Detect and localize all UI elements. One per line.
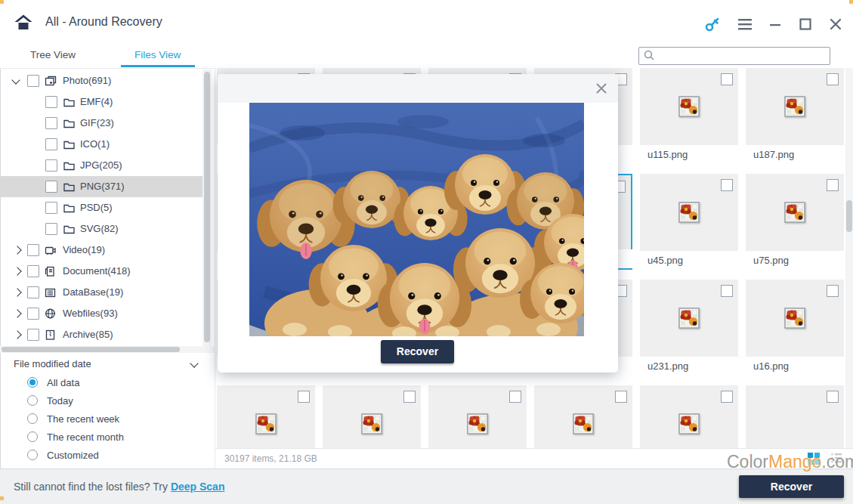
tree-item-png-selected[interactable]: PNG(371) [0, 176, 202, 197]
grid-scrollbar-thumb[interactable] [846, 200, 852, 232]
file-cell-u231[interactable]: u231.png [640, 280, 738, 376]
checkbox[interactable] [45, 96, 57, 108]
tree-item-psd[interactable]: PSD(5) [0, 197, 202, 218]
checkbox[interactable] [45, 138, 57, 150]
deep-scan-link[interactable]: Deep Scan [171, 481, 225, 493]
file-checkbox[interactable] [721, 391, 733, 403]
radio-option-all-data[interactable]: All data [0, 374, 212, 392]
tree-item-label: EMF(4) [80, 91, 113, 113]
maximize-button[interactable] [796, 15, 815, 33]
file-cell-u75[interactable]: u75.png [746, 174, 844, 270]
radio-icon[interactable] [27, 431, 38, 442]
file-checkbox[interactable] [298, 391, 310, 403]
radio-icon[interactable] [27, 395, 38, 406]
file-cell[interactable] [640, 385, 738, 448]
search-input[interactable] [657, 48, 828, 63]
radio-icon[interactable] [27, 450, 38, 460]
title-bar: All - Around Recovery [0, 0, 853, 45]
recover-button[interactable]: Recover [739, 475, 844, 498]
database-icon [44, 286, 57, 298]
radio-option-today[interactable]: Today [0, 392, 212, 410]
file-checkbox[interactable] [721, 285, 733, 297]
checkbox[interactable] [45, 159, 57, 172]
file-checkbox[interactable] [721, 73, 733, 85]
modal-recover-button[interactable]: Recover [381, 340, 454, 363]
image-file-icon [573, 413, 594, 434]
register-key-button[interactable] [703, 15, 722, 33]
checkbox[interactable] [45, 117, 57, 129]
chevron-down-icon[interactable] [11, 76, 20, 84]
checkbox[interactable] [27, 329, 39, 341]
tree-item-emf[interactable]: EMF(4) [0, 91, 202, 113]
checkbox[interactable] [27, 244, 39, 256]
tree-item-photo[interactable]: Photo(691) [0, 70, 202, 91]
radio-selected-icon[interactable] [27, 377, 38, 388]
checkbox[interactable] [27, 265, 39, 277]
checkbox[interactable] [27, 75, 39, 87]
tree-item-jpg[interactable]: JPG(205) [0, 155, 202, 176]
chevron-right-icon[interactable] [13, 309, 21, 317]
grid-view-toggle-icon[interactable] [807, 452, 821, 465]
tree-item-gif[interactable]: GIF(23) [0, 113, 202, 134]
checkbox[interactable] [27, 286, 39, 298]
filter-collapse-chevron-icon[interactable] [190, 359, 198, 367]
file-cell[interactable] [746, 385, 844, 448]
close-preview-icon[interactable] [595, 82, 607, 94]
file-cell-u187[interactable]: u187.png [746, 68, 844, 164]
file-checkbox[interactable] [827, 73, 839, 85]
file-checkbox[interactable] [615, 391, 627, 403]
radio-option-customized[interactable]: Customized [0, 447, 212, 465]
file-checkbox[interactable] [827, 391, 839, 403]
globe-icon [44, 308, 57, 320]
file-checkbox[interactable] [403, 391, 416, 403]
chevron-right-icon[interactable] [13, 330, 21, 339]
checkbox[interactable] [45, 202, 57, 214]
file-cell-u115[interactable]: u115.png [640, 68, 738, 164]
radio-option-recent-week[interactable]: The recent week [0, 410, 212, 428]
tree-item-label: Document(418) [63, 261, 131, 282]
close-window-button[interactable] [826, 15, 845, 33]
file-cell[interactable] [323, 385, 421, 448]
tree-item-ico[interactable]: ICO(1) [0, 134, 202, 155]
file-cell-u45[interactable]: u45.png [640, 174, 738, 270]
tree-item-svg[interactable]: SVG(82) [0, 218, 202, 240]
file-cell-u16[interactable]: u16.png [746, 280, 844, 376]
radio-label: The recent week [47, 410, 119, 428]
file-checkbox[interactable] [827, 179, 839, 191]
tree-item-label: Webfiles(93) [63, 303, 118, 324]
checkbox[interactable] [27, 308, 39, 320]
tree-item-label: DataBase(19) [63, 282, 123, 303]
tree-item-video[interactable]: Video(19) [0, 240, 202, 261]
chevron-right-icon[interactable] [13, 288, 21, 296]
sidebar-hscrollbar-thumb[interactable] [2, 347, 180, 352]
checkbox[interactable] [45, 223, 57, 235]
image-file-icon [678, 308, 700, 329]
sidebar-scrollbar-thumb[interactable] [204, 72, 210, 342]
menu-button[interactable] [735, 15, 755, 33]
tree-item-document[interactable]: Document(418) [0, 261, 202, 282]
file-name: u187.png [746, 145, 844, 164]
radio-label: Customized [47, 447, 99, 465]
document-icon [44, 265, 57, 277]
checkbox[interactable] [45, 181, 57, 193]
file-checkbox[interactable] [721, 179, 733, 191]
search-box[interactable] [638, 47, 830, 65]
radio-option-recent-month[interactable]: The recent month [0, 428, 212, 447]
tree-item-archive[interactable]: Archive(85) [0, 324, 202, 345]
chevron-right-icon[interactable] [13, 246, 21, 254]
tab-files-view[interactable]: Files View [134, 44, 181, 67]
minimize-button[interactable] [765, 15, 785, 33]
file-cell[interactable] [534, 385, 632, 448]
tree-item-webfiles[interactable]: Webfiles(93) [0, 303, 202, 324]
tree-item-database[interactable]: DataBase(19) [0, 282, 202, 303]
file-cell[interactable] [217, 385, 315, 448]
file-checkbox[interactable] [509, 391, 521, 403]
file-checkbox[interactable] [827, 285, 839, 297]
chevron-right-icon[interactable] [13, 267, 21, 275]
tab-tree-view[interactable]: Tree View [30, 44, 76, 67]
folder-icon [63, 181, 76, 193]
list-view-toggle-icon[interactable] [829, 453, 842, 464]
radio-icon[interactable] [27, 413, 38, 424]
file-cell[interactable] [428, 385, 527, 448]
image-file-icon [678, 202, 700, 223]
